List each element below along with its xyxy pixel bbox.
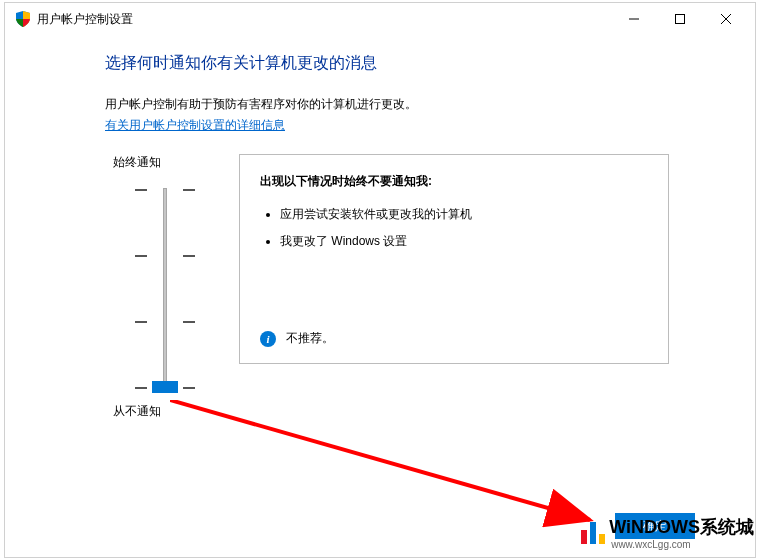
svg-rect-1 — [676, 15, 685, 24]
watermark-url: www.wxcLgg.com — [611, 539, 754, 550]
minimize-button[interactable] — [611, 3, 657, 35]
page-heading: 选择何时通知你有关计算机更改的消息 — [105, 53, 755, 74]
panel-list: 应用尝试安装软件或更改我的计算机 我更改了 Windows 设置 — [260, 206, 648, 250]
watermark-logo-icon — [581, 522, 605, 544]
page-description: 用户帐户控制有助于预防有害程序对你的计算机进行更改。 — [105, 96, 755, 113]
panel-list-item: 我更改了 Windows 设置 — [280, 233, 648, 250]
shield-icon — [15, 11, 31, 27]
watermark: WiNDOWS系统城 www.wxcLgg.com — [581, 515, 754, 550]
panel-list-item: 应用尝试安装软件或更改我的计算机 — [280, 206, 648, 223]
maximize-button[interactable] — [657, 3, 703, 35]
uac-window: 用户帐户控制设置 选择何时通知你有关计算机更改的消息 用户帐户控制有助于预防有害… — [4, 2, 756, 558]
window-title: 用户帐户控制设置 — [37, 11, 133, 28]
slider-label-never: 从不通知 — [113, 403, 161, 420]
slider-area: 始终通知 从不通知 — [105, 154, 225, 420]
slider-label-always: 始终通知 — [113, 154, 161, 171]
slider-thumb[interactable] — [152, 381, 178, 393]
titlebar: 用户帐户控制设置 — [5, 3, 755, 35]
recommendation-text: 不推荐。 — [286, 330, 334, 347]
close-button[interactable] — [703, 3, 749, 35]
info-icon: i — [260, 331, 276, 347]
recommendation: i 不推荐。 — [260, 330, 334, 347]
learn-more-link[interactable]: 有关用户帐户控制设置的详细信息 — [105, 117, 285, 134]
notification-detail-panel: 出现以下情况时始终不要通知我: 应用尝试安装软件或更改我的计算机 我更改了 Wi… — [239, 154, 669, 364]
watermark-brand: WiNDOWS系统城 — [609, 515, 754, 539]
panel-heading: 出现以下情况时始终不要通知我: — [260, 173, 648, 190]
notification-slider[interactable] — [135, 189, 195, 389]
content-area: 选择何时通知你有关计算机更改的消息 用户帐户控制有助于预防有害程序对你的计算机进… — [5, 35, 755, 420]
